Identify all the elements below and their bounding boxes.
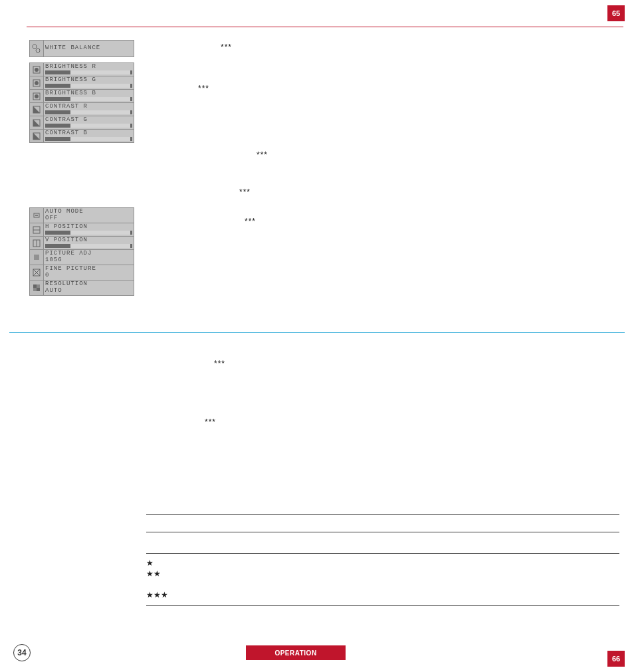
section-label: OPERATION: [274, 649, 316, 657]
osd-row-label: CONTRAST B: [44, 128, 89, 136]
picture-adj-icon: [30, 250, 44, 265]
brightness-icon: [30, 76, 44, 89]
osd-row-label: AUTO MODE: [44, 207, 85, 215]
mid-rule: [9, 332, 625, 333]
section-label-bar: OPERATION: [246, 645, 346, 660]
slider[interactable]: [45, 84, 132, 88]
osd-row-label: PICTURE ADJ: [44, 249, 93, 257]
slider[interactable]: [45, 137, 132, 141]
footnote-rule: [146, 514, 619, 515]
note-marker: ***: [198, 84, 209, 93]
h-position-icon: [30, 223, 44, 236]
page-number-top: 65: [612, 9, 620, 17]
footnote-rule: [146, 532, 619, 532]
contrast-icon: [30, 130, 44, 142]
svg-point-3: [35, 68, 39, 72]
note-marker: ***: [239, 187, 251, 197]
page-number-bottom-badge: 66: [607, 651, 625, 667]
footnote-rule: [146, 553, 619, 554]
osd-row-label: V POSITION: [44, 235, 89, 243]
osd-auto-mode: AUTO MODE OFF H POSITION V POSITION PICT…: [29, 207, 134, 296]
svg-rect-25: [37, 288, 40, 291]
footnote-star-3: ★★★: [146, 590, 168, 600]
contrast-icon: [30, 116, 44, 129]
slider[interactable]: [45, 97, 132, 101]
v-position-icon: [30, 237, 44, 249]
slider[interactable]: [45, 110, 132, 114]
svg-point-5: [35, 81, 39, 85]
note-marker: ***: [257, 150, 268, 160]
osd-row-label: CONTRAST R: [44, 102, 89, 110]
note-marker: ***: [214, 359, 225, 368]
osd-white-balance-header: WHITE BALANCE: [29, 40, 134, 57]
footnote-rule: [146, 605, 619, 606]
slider[interactable]: [45, 124, 132, 128]
note-marker: ***: [205, 417, 216, 427]
brightness-icon: [30, 63, 44, 76]
osd-row-label: RESOLUTION: [44, 279, 89, 287]
slider[interactable]: [45, 244, 132, 248]
page: 65 WHITE BALANCE BRIGHTNESS R BRIGHTNESS…: [0, 0, 634, 672]
svg-point-1: [36, 49, 40, 53]
osd-row-label: CONTRAST G: [44, 115, 89, 123]
contrast-icon: [30, 103, 44, 116]
osd-header-label: WHITE BALANCE: [44, 41, 134, 56]
svg-point-0: [33, 45, 37, 49]
osd-row-label: BRIGHTNESS G: [44, 75, 98, 83]
svg-rect-24: [33, 284, 37, 288]
gear-icon: [30, 41, 44, 56]
osd-row-label: BRIGHTNESS B: [44, 88, 98, 96]
svg-point-13: [37, 215, 38, 216]
page-number-bottom: 66: [612, 655, 620, 663]
robot-icon: [30, 208, 44, 223]
note-marker: ***: [221, 43, 232, 52]
osd-row-label: FINE PICTURE: [44, 264, 98, 272]
footnote-star-2: ★★: [146, 569, 161, 578]
resolution-icon: [30, 280, 44, 295]
slider[interactable]: [45, 231, 132, 235]
footnote-star-1: ★: [146, 558, 154, 568]
page-number-top-badge: 65: [607, 5, 625, 21]
svg-point-7: [35, 94, 39, 98]
page-number-left: 34: [17, 648, 26, 657]
osd-row-label: BRIGHTNESS R: [44, 62, 98, 70]
svg-point-12: [35, 215, 37, 216]
osd-brightness-contrast: BRIGHTNESS R BRIGHTNESS G BRIGHTNESS B C…: [29, 62, 134, 143]
page-number-circle: 34: [13, 644, 31, 661]
top-rule: [27, 27, 623, 27]
fine-picture-icon: [30, 265, 44, 280]
brightness-icon: [30, 90, 44, 102]
slider[interactable]: [45, 70, 132, 74]
note-marker: ***: [245, 217, 256, 226]
osd-row-value: AUTO: [44, 287, 134, 295]
osd-row-label: H POSITION: [44, 222, 89, 230]
